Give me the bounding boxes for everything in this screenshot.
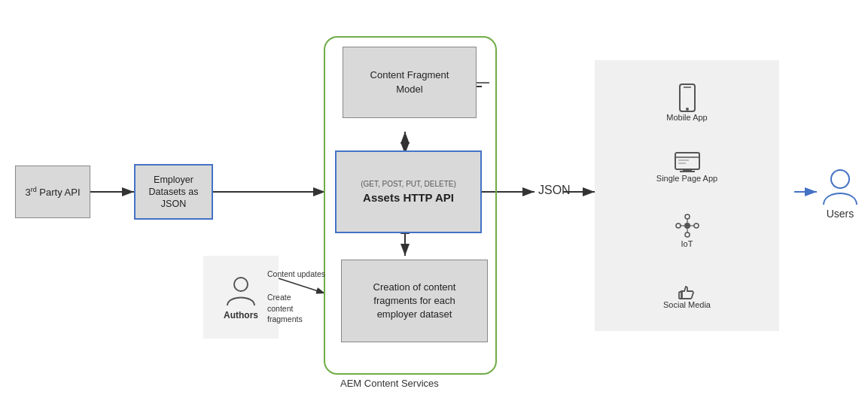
third-party-api-label: 3rd Party API xyxy=(25,186,80,198)
svg-point-28 xyxy=(685,214,690,219)
person-icon xyxy=(224,274,257,307)
employer-datasets-label: EmployerDatasets as JSON xyxy=(136,174,212,211)
iot-icon xyxy=(674,212,701,239)
iot-item: IoT xyxy=(604,212,770,248)
mobile-label: Mobile App xyxy=(666,113,707,122)
svg-rect-21 xyxy=(675,153,699,169)
social-label: Social Media xyxy=(663,300,711,309)
mobile-icon xyxy=(676,83,699,113)
json-label: JSON xyxy=(538,184,571,197)
mobile-app-item: Mobile App xyxy=(604,83,770,122)
svg-point-38 xyxy=(831,170,849,188)
svg-point-29 xyxy=(694,223,699,228)
users-icon xyxy=(821,166,860,205)
svg-rect-18 xyxy=(680,84,695,111)
iot-label: IoT xyxy=(681,239,693,248)
content-updates-note: Content updates xyxy=(267,269,325,278)
channel-panel: Mobile App Single Page App xyxy=(595,60,779,331)
employer-datasets-box: EmployerDatasets as JSON xyxy=(134,164,213,220)
social-item: Social Media xyxy=(604,278,770,309)
svg-point-19 xyxy=(686,108,689,111)
spa-icon xyxy=(674,151,701,174)
spa-label: Single Page App xyxy=(656,174,717,183)
svg-line-17 xyxy=(279,278,325,293)
cfm-label: Content FragmentModel xyxy=(370,68,449,96)
svg-rect-36 xyxy=(679,292,682,299)
svg-point-37 xyxy=(234,278,248,291)
svg-point-30 xyxy=(676,223,681,228)
users-area: Users xyxy=(821,166,860,220)
spa-item: Single Page App xyxy=(604,151,770,183)
svg-point-31 xyxy=(685,232,690,237)
creation-box: Creation of contentfragments for eachemp… xyxy=(341,260,488,342)
svg-point-27 xyxy=(684,223,690,229)
assets-api-note: (GET, POST, PUT, DELETE) xyxy=(361,180,456,188)
authors-label: Authors xyxy=(224,310,258,320)
assets-api-label: Assets HTTP API xyxy=(363,191,454,204)
assets-http-api-box: (GET, POST, PUT, DELETE) Assets HTTP API xyxy=(335,150,482,233)
aem-label: AEM Content Services xyxy=(340,378,439,389)
content-fragment-model-box: Content FragmentModel xyxy=(343,47,477,118)
third-party-api-box: 3rd Party API xyxy=(15,166,90,218)
social-icon xyxy=(675,278,699,300)
users-label: Users xyxy=(827,208,854,220)
diagram: 3rd Party API EmployerDatasets as JSON A… xyxy=(0,0,868,404)
creation-label: Creation of contentfragments for eachemp… xyxy=(373,281,456,322)
create-fragments-note: Createcontentfragments xyxy=(267,292,303,325)
